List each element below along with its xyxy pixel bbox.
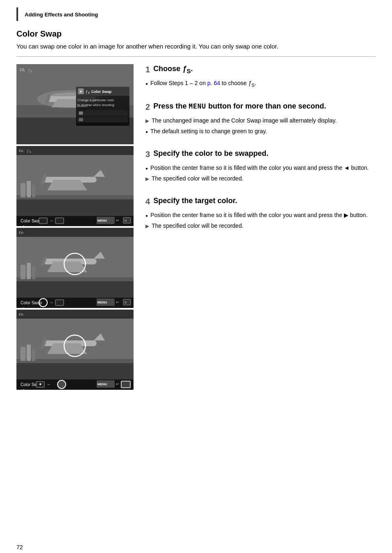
svg-rect-33 bbox=[21, 183, 25, 197]
svg-rect-60 bbox=[32, 267, 35, 279]
svg-marker-55 bbox=[47, 261, 87, 272]
svg-text:Color Swap: Color Swap bbox=[91, 90, 112, 94]
svg-rect-36 bbox=[16, 146, 134, 155]
svg-text:ƒ: ƒ bbox=[85, 90, 88, 94]
camera-image-2: FA ƒ S Color Swap MENU ↩ ±0÷ bbox=[16, 146, 134, 226]
svg-rect-59 bbox=[27, 263, 31, 279]
svg-rect-82 bbox=[21, 347, 25, 361]
svg-text:to another when shooting: to another when shooting bbox=[77, 103, 114, 107]
svg-text:→: → bbox=[49, 218, 53, 223]
step-3-bullet-1-text: Position the center frame so it is fille… bbox=[150, 164, 369, 172]
svg-rect-48 bbox=[55, 218, 64, 224]
step-4-bullet-2: ▶ The specified color will be recorded. bbox=[145, 222, 376, 230]
step-3-bullet-1: ● Position the center frame so it is fil… bbox=[145, 164, 376, 172]
svg-rect-83 bbox=[27, 345, 31, 361]
step-3-number: 3 bbox=[145, 149, 150, 160]
svg-rect-35 bbox=[32, 185, 35, 197]
step-3: 3 Specify the color to be swapped. ● Pos… bbox=[145, 149, 376, 183]
bullet-circle-icon: ● bbox=[145, 81, 148, 87]
step-2: 2 Press the MENU button for more than on… bbox=[145, 102, 376, 136]
svg-text:↩: ↩ bbox=[116, 218, 119, 222]
step-1-link[interactable]: p. 64 bbox=[208, 80, 220, 86]
svg-rect-21 bbox=[77, 117, 128, 123]
bullet-circle-icon-3: ● bbox=[145, 165, 148, 171]
svg-rect-19 bbox=[77, 110, 128, 116]
svg-text:✦: ✦ bbox=[79, 90, 83, 94]
step-2-heading: 2 Press the MENU button for more than on… bbox=[145, 102, 376, 112]
svg-rect-34 bbox=[27, 181, 31, 197]
step-3-bullet-2-text: The specified color will be recorded. bbox=[152, 174, 243, 183]
step-2-bullet-1-text: The unchanged image and the Color Swap i… bbox=[152, 116, 337, 125]
page-container: Adding Effects and Shooting Color Swap Y… bbox=[0, 7, 392, 553]
step-1: 1 Choose ƒS. ● Follow Steps 1 – 2 on p. … bbox=[145, 64, 376, 88]
step-2-number: 2 bbox=[145, 102, 150, 112]
svg-rect-20 bbox=[79, 111, 83, 115]
svg-text:Color Swap: Color Swap bbox=[21, 219, 42, 223]
svg-rect-22 bbox=[79, 118, 83, 121]
svg-text:FA: FA bbox=[19, 231, 23, 235]
bullet-circle-icon-2: ● bbox=[145, 129, 148, 135]
svg-text:±0÷: ±0÷ bbox=[21, 307, 27, 308]
header-title: Adding Effects and Shooting bbox=[25, 12, 98, 18]
step-4: 4 Specify the target color. ● Position t… bbox=[145, 196, 376, 230]
images-column: ✦ ƒ S Color Swap Change a particular col… bbox=[16, 64, 136, 390]
svg-text:◄: ◄ bbox=[38, 382, 42, 386]
step-1-number: 1 bbox=[145, 64, 150, 75]
step-4-bullet-1: ● Position the center frame so it is fil… bbox=[145, 211, 376, 220]
svg-rect-98 bbox=[121, 381, 130, 388]
step-2-title: Press the MENU button for more than one … bbox=[153, 102, 326, 111]
svg-rect-46 bbox=[39, 218, 47, 224]
svg-text:↩: ↩ bbox=[116, 382, 119, 386]
bullet-arrow-icon-2: ▶ bbox=[145, 175, 149, 183]
svg-text:±0÷: ±0÷ bbox=[21, 389, 27, 390]
svg-text:S: S bbox=[29, 150, 31, 153]
camera-image-4: FA Color Swap MENU ↩ ±0÷ ◄ → bbox=[16, 310, 134, 390]
steps-layout: ✦ ƒ S Color Swap Change a particular col… bbox=[16, 64, 376, 390]
svg-point-97 bbox=[58, 380, 66, 389]
bullet-arrow-icon: ▶ bbox=[145, 117, 149, 125]
svg-text:ƒ: ƒ bbox=[27, 149, 29, 153]
svg-text:Change a particular color: Change a particular color bbox=[77, 98, 114, 102]
section-title: Color Swap bbox=[16, 29, 376, 39]
svg-text:FA: FA bbox=[19, 312, 23, 317]
svg-rect-58 bbox=[21, 265, 25, 279]
step-3-title: Specify the color to be swapped. bbox=[153, 149, 268, 158]
steps-column: 1 Choose ƒS. ● Follow Steps 1 – 2 on p. … bbox=[145, 64, 376, 390]
svg-marker-79 bbox=[47, 343, 87, 354]
svg-text:MENU: MENU bbox=[97, 382, 107, 386]
svg-text:ƒ: ƒ bbox=[28, 68, 30, 72]
step-2-bullet-2-text: The default setting is to change green t… bbox=[150, 127, 267, 136]
step-1-title: Choose ƒS. bbox=[153, 64, 193, 75]
svg-text:→: → bbox=[46, 382, 51, 386]
bullet-circle-icon-4: ● bbox=[145, 213, 148, 219]
step-3-heading: 3 Specify the color to be swapped. bbox=[145, 149, 376, 160]
header-bar: Adding Effects and Shooting bbox=[16, 7, 376, 21]
step-3-bullet-2: ▶ The specified color will be recorded. bbox=[145, 174, 376, 183]
camera-image-3: FA Color Swap MENU ↩ ±0÷ → bbox=[16, 228, 134, 308]
svg-rect-72 bbox=[55, 300, 64, 305]
step-4-title: Specify the target color. bbox=[153, 196, 237, 206]
step-4-bullets: ● Position the center frame so it is fil… bbox=[145, 211, 376, 230]
step-2-bullets: ▶ The unchanged image and the Color Swap… bbox=[145, 116, 376, 136]
step-4-heading: 4 Specify the target color. bbox=[145, 196, 376, 207]
svg-text:FA: FA bbox=[20, 68, 25, 72]
step-4-number: 4 bbox=[145, 196, 150, 207]
bullet-arrow-icon-3: ▶ bbox=[145, 222, 149, 230]
step-4-bullet-1-text: Position the center frame so it is fille… bbox=[150, 211, 368, 220]
svg-text:↩: ↩ bbox=[116, 300, 119, 304]
step-1-bullet-1-text: Follow Steps 1 – 2 on p. 64 to choose ƒS… bbox=[150, 79, 256, 88]
svg-marker-30 bbox=[47, 180, 87, 190]
page-number: 72 bbox=[16, 544, 23, 551]
step-2-bullet-2: ● The default setting is to change green… bbox=[145, 127, 376, 136]
section-intro: You can swap one color in an image for a… bbox=[16, 42, 376, 51]
svg-text:S: S bbox=[30, 70, 32, 73]
svg-text:D: D bbox=[125, 219, 127, 222]
step-4-bullet-2-text: The specified color will be recorded. bbox=[152, 222, 243, 230]
section-divider bbox=[16, 56, 376, 57]
svg-text:MENU: MENU bbox=[97, 301, 107, 304]
svg-text:FA: FA bbox=[19, 149, 23, 153]
svg-text:D: D bbox=[125, 301, 127, 304]
svg-text:→: → bbox=[49, 300, 53, 305]
step-2-bullet-1: ▶ The unchanged image and the Color Swap… bbox=[145, 116, 376, 125]
svg-text:±0÷: ±0÷ bbox=[21, 225, 27, 226]
